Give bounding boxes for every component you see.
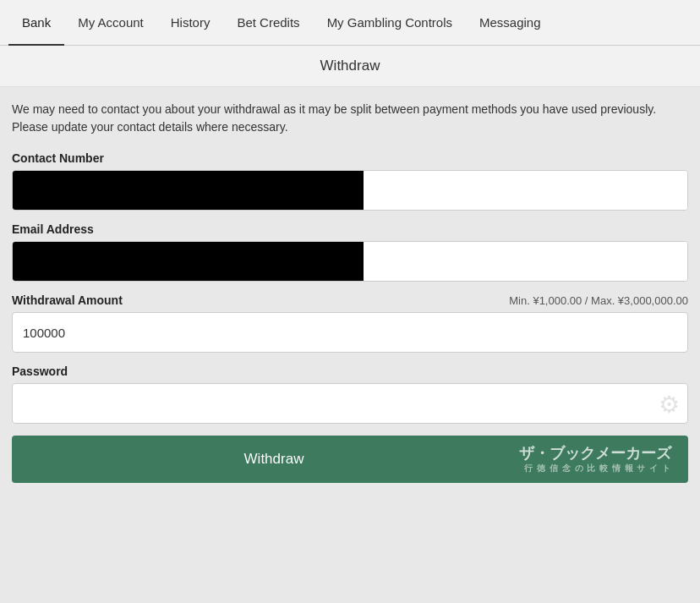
tab-navigation: Bank My Account History Bet Credits My G…	[0, 0, 700, 46]
password-input[interactable]	[12, 383, 688, 424]
withdrawal-amount-header: Withdrawal Amount Min. ¥1,000.00 / Max. …	[12, 293, 688, 307]
email-address-input[interactable]	[364, 242, 687, 281]
withdrawal-amount-group: Withdrawal Amount Min. ¥1,000.00 / Max. …	[12, 293, 688, 353]
page-title: Withdraw	[0, 46, 700, 87]
password-label: Password	[12, 365, 688, 378]
contact-number-redacted	[13, 171, 364, 210]
tab-bank[interactable]: Bank	[8, 0, 64, 45]
password-group: Password ⚙	[12, 365, 688, 424]
email-address-group: Email Address	[12, 222, 688, 282]
withdrawal-amount-label: Withdrawal Amount	[12, 293, 123, 307]
withdraw-button-label: Withdraw	[29, 451, 519, 468]
email-address-label: Email Address	[12, 222, 688, 236]
tab-history[interactable]: History	[157, 0, 224, 45]
email-address-redacted	[13, 242, 364, 281]
watermark-main: ザ・ブックメーカーズ	[519, 445, 671, 463]
watermark-sub: 行 徳 信 念 の 比 較 情 報 サ イ ト	[524, 463, 671, 474]
tab-my-gambling-controls[interactable]: My Gambling Controls	[314, 0, 466, 45]
contact-number-group: Contact Number	[12, 151, 688, 211]
contact-number-field-row	[12, 170, 688, 211]
main-content: We may need to contact you about your wi…	[0, 87, 700, 496]
email-address-field-row	[12, 241, 688, 282]
withdrawal-amount-input[interactable]	[12, 312, 688, 353]
tab-bet-credits[interactable]: Bet Credits	[223, 0, 313, 45]
info-text: We may need to contact you about your wi…	[12, 101, 688, 136]
watermark: ザ・ブックメーカーズ 行 徳 信 念 の 比 較 情 報 サ イ ト	[519, 445, 671, 474]
page-title-text: Withdraw	[320, 58, 380, 74]
tab-my-account[interactable]: My Account	[64, 0, 157, 45]
withdraw-button[interactable]: Withdraw ザ・ブックメーカーズ 行 徳 信 念 の 比 較 情 報 サ …	[12, 436, 688, 483]
withdrawal-amount-limits: Min. ¥1,000.00 / Max. ¥3,000,000.00	[509, 294, 688, 307]
tab-messaging[interactable]: Messaging	[466, 0, 555, 45]
contact-number-input[interactable]	[364, 171, 687, 210]
contact-number-label: Contact Number	[12, 151, 688, 165]
